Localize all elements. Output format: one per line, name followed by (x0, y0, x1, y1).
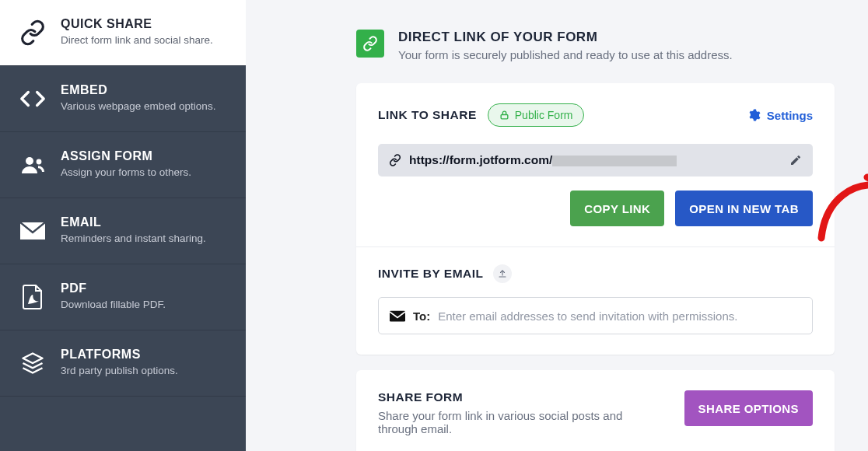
link-to-share-card: LINK TO SHARE Public Form Settings https… (356, 83, 835, 355)
redacted-segment (552, 156, 677, 166)
svg-rect-4 (501, 114, 508, 118)
sidebar-item-subtitle: Reminders and instant sharing. (61, 232, 206, 244)
public-form-badge-label: Public Form (515, 109, 573, 121)
sidebar-item-title: QUICK SHARE (61, 17, 213, 31)
invite-email-input[interactable] (438, 309, 801, 323)
sidebar-item-subtitle: Various webpage embed options. (61, 100, 215, 112)
share-form-card: SHARE FORM Share your form link in vario… (356, 370, 835, 451)
link-icon (17, 17, 48, 48)
open-in-new-tab-button[interactable]: OPEN IN NEW TAB (675, 191, 813, 226)
users-icon (17, 149, 48, 180)
sidebar-item-title: EMAIL (61, 215, 206, 229)
to-label: To: (413, 309, 430, 323)
upload-icon[interactable] (493, 264, 512, 283)
sidebar-item-title: PDF (61, 281, 166, 295)
public-form-badge[interactable]: Public Form (488, 103, 585, 127)
pdf-icon (17, 281, 48, 313)
mail-icon (17, 215, 48, 246)
sidebar-item-subtitle: Assign your forms to others. (61, 166, 191, 178)
form-url-field[interactable]: https://form.jotform.com/ (378, 144, 813, 177)
lock-icon (499, 110, 509, 121)
settings-label: Settings (767, 109, 813, 122)
divider (356, 246, 835, 247)
sidebar-item-subtitle: Direct form link and social share. (61, 34, 213, 46)
sidebar-item-embed[interactable]: EMBED Various webpage embed options. (0, 66, 246, 132)
invite-section-title: INVITE BY EMAIL (378, 267, 484, 281)
svg-point-0 (26, 157, 33, 165)
link-icon (356, 30, 384, 58)
sidebar-item-assign-form[interactable]: ASSIGN FORM Assign your forms to others. (0, 132, 246, 198)
link-icon (389, 154, 401, 166)
hero: DIRECT LINK OF YOUR FORM Your form is se… (356, 30, 852, 61)
hero-title: DIRECT LINK OF YOUR FORM (398, 30, 733, 45)
share-section-title: SHARE FORM (378, 390, 642, 404)
svg-rect-5 (390, 310, 405, 321)
sidebar-item-platforms[interactable]: PLATFORMS 3rd party publish options. (0, 330, 246, 397)
svg-marker-3 (23, 354, 43, 364)
hero-subtitle: Your form is securely published and read… (398, 48, 733, 61)
mail-icon (390, 310, 405, 322)
sidebar-item-pdf[interactable]: PDF Download fillable PDF. (0, 264, 246, 330)
layers-icon (17, 348, 48, 379)
pencil-icon[interactable] (789, 154, 802, 166)
main-panel: DIRECT LINK OF YOUR FORM Your form is se… (246, 0, 868, 451)
publish-sidebar: QUICK SHARE Direct form link and social … (0, 0, 246, 451)
link-section-title: LINK TO SHARE (378, 108, 477, 122)
sidebar-item-quick-share[interactable]: QUICK SHARE Direct form link and social … (0, 0, 246, 66)
gear-icon (747, 108, 761, 122)
share-options-button[interactable]: SHARE OPTIONS (684, 390, 813, 426)
sidebar-item-subtitle: 3rd party publish options. (61, 365, 178, 376)
copy-link-button[interactable]: COPY LINK (570, 191, 664, 226)
svg-point-1 (37, 159, 42, 165)
sidebar-item-title: PLATFORMS (61, 348, 178, 362)
code-icon (17, 83, 48, 114)
invite-email-field[interactable]: To: (378, 297, 813, 334)
settings-link[interactable]: Settings (747, 108, 813, 122)
sidebar-item-subtitle: Download fillable PDF. (61, 299, 166, 310)
share-section-subtitle: Share your form link in various social p… (378, 409, 642, 435)
sidebar-item-email[interactable]: EMAIL Reminders and instant sharing. (0, 198, 246, 264)
sidebar-item-title: ASSIGN FORM (61, 149, 191, 163)
form-url: https://form.jotform.com/ (409, 153, 782, 167)
sidebar-item-title: EMBED (61, 83, 215, 97)
